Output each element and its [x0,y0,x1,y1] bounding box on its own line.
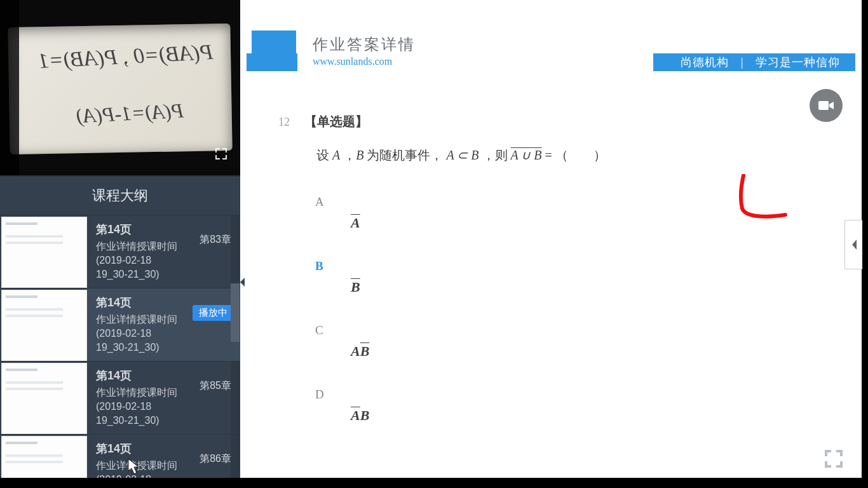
expr-a-union-b-bar: A ∪ B [511,148,542,162]
webcam-panel: P(AB)=0 , P(AB)=1 P(A)=1-P(A) [0,0,240,177]
option-d[interactable]: D AB [315,388,824,424]
slide-thumbnail [1,436,87,478]
brand-name: 尚德机构 [681,55,729,70]
outline-item-0[interactable]: 第14页 作业详情授课时间(2019-02-18 19_30-21_30) 第8… [0,215,240,288]
outline-title: 课程大纲 [92,186,148,205]
slide-thumbnail [1,217,87,288]
outline-item-2[interactable]: 第14页 作业详情授课时间(2019-02-18 19_30-21_30) 第8… [0,361,240,434]
expand-webcam-icon[interactable] [214,146,229,161]
camera-toggle-button[interactable] [810,89,843,122]
outline-desc: 作业详情授课时间(2019-02-18 19_30-21_30) [96,240,179,281]
outline-item-3[interactable]: 第14页 作业详情授课时间(2019-02-18 19_30-21_30) 第8… [0,434,240,478]
brand-slogan: 学习是一种信仰 [756,55,840,70]
chat-panel-toggle[interactable] [844,220,862,269]
slide-thumbnail [1,290,87,361]
question-type: 【单选题】 [304,114,368,128]
outline-desc: 作业详情授课时间(2019-02-18 19_30-21_30) [96,459,179,478]
slide-thumbnail [1,363,87,434]
sidebar: P(AB)=0 , P(AB)=1 P(A)=1-P(A) 课程大纲 第14页 … [0,0,240,478]
question-block: 12 【单选题】 设 A ，B 为随机事件， A ⊂ B ，则 A ∪ B = … [240,69,862,424]
slide-title: 作业答案详情 [313,34,641,55]
svg-rect-0 [818,101,829,110]
fullscreen-button[interactable] [824,449,844,469]
slide-url: www.sunlands.com [313,56,641,67]
outline-chapter: 第83章 [200,233,231,247]
option-c-value: AB [351,343,824,360]
slide-header: 作业答案详情 www.sunlands.com 尚德机构 | 学习是一种信仰 [247,30,855,69]
sidebar-collapse-icon[interactable] [239,276,247,288]
playing-badge: 播放中 [193,305,234,321]
option-a[interactable]: A A [315,195,824,231]
slide-area: 作业答案详情 www.sunlands.com 尚德机构 | 学习是一种信仰 1… [240,0,862,478]
outline-desc: 作业详情授课时间(2019-02-18 19_30-21_30) [96,313,179,355]
option-b-value: B [351,279,360,295]
option-b[interactable]: B B [315,259,824,295]
slide-brand: 尚德机构 | 学习是一种信仰 [681,55,840,70]
outline-header: 课程大纲 [0,177,240,215]
question-number: 12 [278,116,290,128]
question-stem: 设 A ，B 为随机事件， A ⊂ B ，则 A ∪ B = （ ） [316,144,824,166]
outline-desc: 作业详情授课时间(2019-02-18 19_30-21_30) [96,386,179,428]
options-list: A A B B C AB D AB [315,195,824,424]
outline-list[interactable]: 第14页 作业详情授课时间(2019-02-18 19_30-21_30) 第8… [0,215,240,478]
outline-item-1[interactable]: 第14页 作业详情授课时间(2019-02-18 19_30-21_30) 播放… [0,288,240,361]
option-c[interactable]: C AB [315,323,824,360]
main-pane: 作业答案详情 www.sunlands.com 尚德机构 | 学习是一种信仰 1… [240,0,862,478]
outline-chapter: 第86章 [200,452,231,466]
option-a-value: A [351,215,360,231]
outline-scrollbar-thumb[interactable] [231,283,240,342]
app-root: P(AB)=0 , P(AB)=1 P(A)=1-P(A) 课程大纲 第14页 … [0,0,862,478]
outline-chapter: 第85章 [200,379,231,393]
option-d-value: AB [351,407,824,424]
